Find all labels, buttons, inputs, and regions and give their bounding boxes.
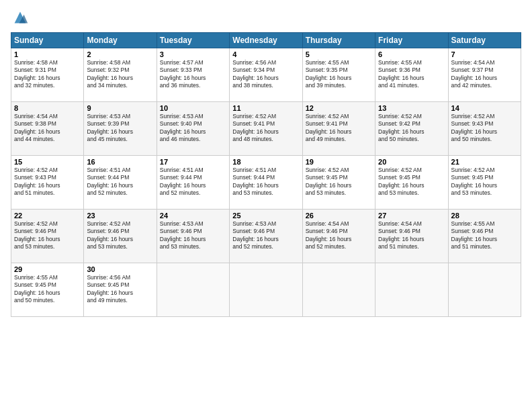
col-header-monday: Monday [84, 33, 157, 48]
week-row-2: 8Sunrise: 4:54 AMSunset: 9:38 PMDaylight… [11, 102, 521, 156]
calendar-cell: 26Sunrise: 4:54 AMSunset: 9:46 PMDayligh… [302, 210, 375, 263]
day-number: 20 [378, 158, 445, 166]
cell-content: Sunrise: 4:58 AMSunset: 9:31 PMDaylight:… [14, 59, 81, 90]
cell-content: Sunrise: 4:52 AMSunset: 9:46 PMDaylight:… [87, 220, 153, 251]
calendar-cell: 19Sunrise: 4:52 AMSunset: 9:45 PMDayligh… [302, 156, 375, 210]
day-number: 28 [451, 212, 518, 220]
cell-content: Sunrise: 4:52 AMSunset: 9:43 PMDaylight:… [14, 167, 81, 197]
cell-content: Sunrise: 4:55 AMSunset: 9:35 PMDaylight:… [306, 59, 372, 90]
logo-icon [11, 8, 30, 27]
day-number: 26 [306, 212, 372, 220]
calendar-cell: 6Sunrise: 4:55 AMSunset: 9:36 PMDaylight… [375, 48, 448, 102]
col-header-tuesday: Tuesday [157, 33, 229, 48]
cell-content: Sunrise: 4:56 AMSunset: 9:34 PMDaylight:… [232, 59, 299, 90]
week-row-1: 1Sunrise: 4:58 AMSunset: 9:31 PMDaylight… [11, 48, 521, 102]
day-number: 30 [87, 265, 153, 273]
calendar-cell: 29Sunrise: 4:55 AMSunset: 9:45 PMDayligh… [11, 263, 84, 317]
calendar-cell: 18Sunrise: 4:51 AMSunset: 9:44 PMDayligh… [230, 156, 302, 210]
week-row-4: 22Sunrise: 4:52 AMSunset: 9:46 PMDayligh… [11, 210, 521, 263]
cell-content: Sunrise: 4:54 AMSunset: 9:38 PMDaylight:… [14, 113, 81, 144]
calendar-header: SundayMondayTuesdayWednesdayThursdayFrid… [11, 33, 521, 48]
calendar-cell: 14Sunrise: 4:52 AMSunset: 9:43 PMDayligh… [448, 102, 521, 156]
day-number: 15 [14, 158, 81, 166]
calendar-cell [375, 263, 448, 317]
calendar-cell: 10Sunrise: 4:53 AMSunset: 9:40 PMDayligh… [157, 102, 229, 156]
calendar-cell: 11Sunrise: 4:52 AMSunset: 9:41 PMDayligh… [230, 102, 302, 156]
cell-content: Sunrise: 4:55 AMSunset: 9:46 PMDaylight:… [451, 220, 518, 251]
cell-content: Sunrise: 4:58 AMSunset: 9:32 PMDaylight:… [87, 59, 153, 90]
calendar-cell: 3Sunrise: 4:57 AMSunset: 9:33 PMDaylight… [157, 48, 229, 102]
cell-content: Sunrise: 4:53 AMSunset: 9:40 PMDaylight:… [160, 113, 226, 144]
cell-content: Sunrise: 4:51 AMSunset: 9:44 PMDaylight:… [160, 167, 226, 197]
col-header-thursday: Thursday [302, 33, 375, 48]
header-row: SundayMondayTuesdayWednesdayThursdayFrid… [11, 33, 521, 48]
calendar-cell: 17Sunrise: 4:51 AMSunset: 9:44 PMDayligh… [157, 156, 229, 210]
cell-content: Sunrise: 4:52 AMSunset: 9:41 PMDaylight:… [232, 113, 299, 144]
calendar-cell: 1Sunrise: 4:58 AMSunset: 9:31 PMDaylight… [11, 48, 84, 102]
cell-content: Sunrise: 4:52 AMSunset: 9:43 PMDaylight:… [451, 113, 518, 144]
cell-content: Sunrise: 4:51 AMSunset: 9:44 PMDaylight:… [87, 167, 153, 197]
calendar-cell: 2Sunrise: 4:58 AMSunset: 9:32 PMDaylight… [84, 48, 157, 102]
day-number: 4 [232, 50, 299, 58]
col-header-sunday: Sunday [11, 33, 84, 48]
cell-content: Sunrise: 4:52 AMSunset: 9:42 PMDaylight:… [378, 113, 445, 144]
day-number: 10 [160, 104, 226, 112]
cell-content: Sunrise: 4:54 AMSunset: 9:46 PMDaylight:… [306, 220, 372, 251]
cell-content: Sunrise: 4:53 AMSunset: 9:39 PMDaylight:… [87, 113, 153, 144]
calendar-cell: 23Sunrise: 4:52 AMSunset: 9:46 PMDayligh… [84, 210, 157, 263]
calendar-cell: 20Sunrise: 4:52 AMSunset: 9:45 PMDayligh… [375, 156, 448, 210]
day-number: 5 [306, 50, 372, 58]
cell-content: Sunrise: 4:52 AMSunset: 9:46 PMDaylight:… [14, 220, 81, 251]
calendar-cell: 7Sunrise: 4:54 AMSunset: 9:37 PMDaylight… [448, 48, 521, 102]
week-row-3: 15Sunrise: 4:52 AMSunset: 9:43 PMDayligh… [11, 156, 521, 210]
day-number: 11 [232, 104, 299, 112]
day-number: 3 [160, 50, 226, 58]
calendar-cell: 24Sunrise: 4:53 AMSunset: 9:46 PMDayligh… [157, 210, 229, 263]
cell-content: Sunrise: 4:56 AMSunset: 9:45 PMDaylight:… [87, 274, 153, 305]
calendar-cell: 27Sunrise: 4:54 AMSunset: 9:46 PMDayligh… [375, 210, 448, 263]
day-number: 12 [306, 104, 372, 112]
logo [11, 8, 32, 27]
calendar-cell: 21Sunrise: 4:52 AMSunset: 9:45 PMDayligh… [448, 156, 521, 210]
calendar-cell [448, 263, 521, 317]
week-row-5: 29Sunrise: 4:55 AMSunset: 9:45 PMDayligh… [11, 263, 521, 317]
calendar-cell: 8Sunrise: 4:54 AMSunset: 9:38 PMDaylight… [11, 102, 84, 156]
calendar-cell: 4Sunrise: 4:56 AMSunset: 9:34 PMDaylight… [230, 48, 302, 102]
col-header-saturday: Saturday [448, 33, 521, 48]
calendar-cell: 25Sunrise: 4:53 AMSunset: 9:46 PMDayligh… [230, 210, 302, 263]
calendar-cell [157, 263, 229, 317]
day-number: 17 [160, 158, 226, 166]
day-number: 21 [451, 158, 518, 166]
cell-content: Sunrise: 4:55 AMSunset: 9:36 PMDaylight:… [378, 59, 445, 90]
day-number: 6 [378, 50, 445, 58]
cell-content: Sunrise: 4:55 AMSunset: 9:45 PMDaylight:… [14, 274, 81, 305]
cell-content: Sunrise: 4:53 AMSunset: 9:46 PMDaylight:… [160, 220, 226, 251]
day-number: 24 [160, 212, 226, 220]
calendar-cell: 5Sunrise: 4:55 AMSunset: 9:35 PMDaylight… [302, 48, 375, 102]
cell-content: Sunrise: 4:54 AMSunset: 9:46 PMDaylight:… [378, 220, 445, 251]
cell-content: Sunrise: 4:51 AMSunset: 9:44 PMDaylight:… [232, 167, 299, 197]
page: SundayMondayTuesdayWednesdayThursdayFrid… [0, 0, 532, 411]
calendar-body: 1Sunrise: 4:58 AMSunset: 9:31 PMDaylight… [11, 48, 521, 317]
calendar-cell: 28Sunrise: 4:55 AMSunset: 9:46 PMDayligh… [448, 210, 521, 263]
cell-content: Sunrise: 4:53 AMSunset: 9:46 PMDaylight:… [232, 220, 299, 251]
day-number: 18 [232, 158, 299, 166]
header [11, 8, 521, 27]
calendar-cell: 12Sunrise: 4:52 AMSunset: 9:41 PMDayligh… [302, 102, 375, 156]
col-header-wednesday: Wednesday [230, 33, 302, 48]
day-number: 8 [14, 104, 81, 112]
day-number: 16 [87, 158, 153, 166]
calendar-cell [302, 263, 375, 317]
day-number: 22 [14, 212, 81, 220]
cell-content: Sunrise: 4:57 AMSunset: 9:33 PMDaylight:… [160, 59, 226, 90]
calendar-cell: 13Sunrise: 4:52 AMSunset: 9:42 PMDayligh… [375, 102, 448, 156]
day-number: 13 [378, 104, 445, 112]
calendar-cell: 22Sunrise: 4:52 AMSunset: 9:46 PMDayligh… [11, 210, 84, 263]
day-number: 14 [451, 104, 518, 112]
cell-content: Sunrise: 4:52 AMSunset: 9:45 PMDaylight:… [378, 167, 445, 197]
cell-content: Sunrise: 4:52 AMSunset: 9:45 PMDaylight:… [451, 167, 518, 197]
day-number: 19 [306, 158, 372, 166]
day-number: 9 [87, 104, 153, 112]
calendar-cell: 15Sunrise: 4:52 AMSunset: 9:43 PMDayligh… [11, 156, 84, 210]
calendar-cell: 16Sunrise: 4:51 AMSunset: 9:44 PMDayligh… [84, 156, 157, 210]
